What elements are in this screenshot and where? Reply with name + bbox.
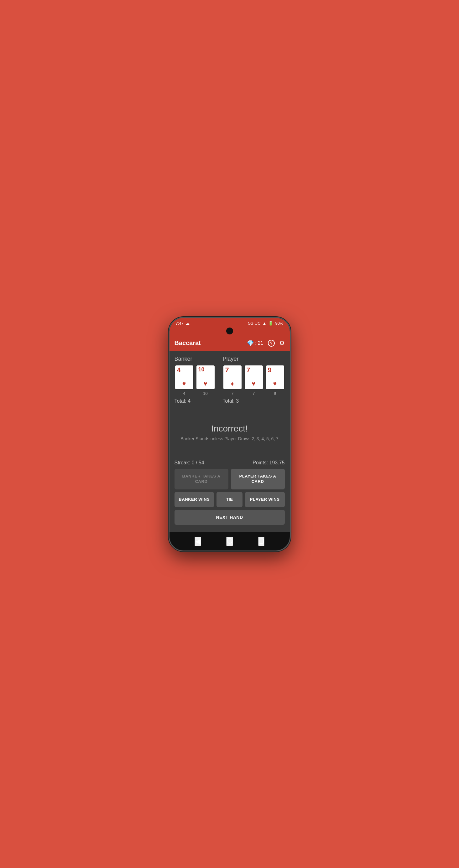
- banker-hand: Banker 4 ♥ 10 ♥ 4 10: [174, 356, 217, 404]
- status-time: 7:47: [176, 321, 183, 326]
- recent-icon: [259, 538, 264, 544]
- result-subtitle: Banker Stands unless Player Draws 2, 3, …: [180, 436, 279, 441]
- help-button[interactable]: ?: [268, 340, 275, 347]
- banker-card-1-value: 10: [198, 367, 205, 372]
- player-card-0-suit: ♦: [231, 380, 234, 388]
- banker-num-1: 10: [196, 391, 215, 396]
- phone-frame: 7:47 ☁ 5G UC ▲ 🔋 90% Baccarat 💎 : 21: [169, 317, 291, 551]
- banker-card-0-suit: ♥: [182, 380, 186, 388]
- result-area: Incorrect! Banker Stands unless Player D…: [174, 409, 285, 456]
- player-wins-label: PLAYER WINS: [250, 497, 280, 502]
- network-label: 5G UC: [248, 321, 261, 326]
- banker-wins-label: BANKER WINS: [179, 497, 210, 502]
- player-card-1-value: 7: [247, 367, 250, 374]
- points-stat: Points: 193.75: [253, 460, 285, 466]
- notch-area: [170, 328, 290, 336]
- app-title: Baccarat: [174, 339, 247, 347]
- back-icon: ◀: [195, 537, 201, 545]
- player-card-1-suit: ♥: [252, 380, 256, 388]
- player-card-0: 7 ♦: [223, 365, 242, 390]
- main-content: Banker 4 ♥ 10 ♥ 4 10: [170, 351, 290, 532]
- help-icon: ?: [268, 340, 275, 347]
- app-bar: Baccarat 💎 : 21 ? ⚙: [170, 336, 290, 351]
- signal-icon: ▲: [263, 321, 267, 326]
- player-takes-card-button[interactable]: PLAYER TAKES A CARD: [231, 469, 285, 489]
- battery-level: 90%: [275, 321, 283, 326]
- volume-down-btn: [169, 371, 169, 385]
- settings-button[interactable]: ⚙: [279, 339, 285, 347]
- tie-button[interactable]: TIE: [217, 492, 242, 507]
- stats-row: Streak: 0 / 54 Points: 193.75: [174, 456, 285, 469]
- nav-recent-button[interactable]: [258, 537, 264, 546]
- player-wins-button[interactable]: PLAYER WINS: [245, 492, 285, 507]
- home-icon: [227, 538, 232, 544]
- player-num-0: 7: [223, 391, 242, 396]
- gem-score: 💎 : 21: [247, 340, 263, 347]
- player-num-1: 7: [244, 391, 263, 396]
- streak-stat: Streak: 0 / 54: [174, 460, 204, 466]
- banker-card-nums: 4 10: [174, 391, 217, 396]
- cards-area: Banker 4 ♥ 10 ♥ 4 10: [174, 356, 285, 404]
- gem-colon: :: [255, 340, 256, 346]
- power-btn: [290, 365, 291, 382]
- gem-value: 21: [258, 340, 263, 346]
- banker-num-0: 4: [174, 391, 194, 396]
- player-card-0-value: 7: [225, 367, 229, 374]
- status-left: 7:47 ☁: [176, 321, 190, 326]
- volume-up-btn: [169, 359, 169, 368]
- battery-icon: 🔋: [268, 321, 273, 326]
- banker-wins-button[interactable]: BANKER WINS: [174, 492, 214, 507]
- player-card-2-value: 9: [268, 367, 271, 374]
- result-title: Incorrect!: [211, 424, 248, 434]
- gear-icon: ⚙: [279, 339, 285, 347]
- next-hand-label: NEXT HAND: [216, 515, 243, 520]
- player-num-2: 9: [265, 391, 285, 396]
- player-cards-row: 7 ♦ 7 ♥ 9 ♥: [223, 365, 285, 390]
- gem-icon: 💎: [247, 340, 254, 347]
- action-buttons-row1: BANKER TAKES A CARD PLAYER TAKES A CARD: [174, 469, 285, 489]
- banker-takes-card-label: BANKER TAKES A CARD: [182, 474, 221, 484]
- next-hand-button[interactable]: NEXT HAND: [174, 510, 285, 525]
- app-bar-actions: 💎 : 21 ? ⚙: [247, 339, 285, 347]
- camera-notch: [226, 328, 233, 334]
- nav-home-button[interactable]: [226, 537, 233, 546]
- player-takes-card-label: PLAYER TAKES A CARD: [239, 474, 276, 484]
- cloud-icon: ☁: [185, 321, 190, 326]
- banker-card-0-value: 4: [177, 367, 181, 374]
- banker-cards-row: 4 ♥ 10 ♥: [174, 365, 217, 390]
- player-total: Total: 3: [223, 398, 285, 404]
- nav-back-button[interactable]: ◀: [195, 537, 201, 546]
- player-card-1: 7 ♥: [244, 365, 263, 390]
- player-card-2: 9 ♥: [265, 365, 285, 390]
- banker-total: Total: 4: [174, 398, 217, 404]
- player-hand: Player 7 ♦ 7 ♥ 9 ♥: [223, 356, 285, 404]
- nav-bar: ◀: [170, 532, 290, 551]
- banker-takes-card-button[interactable]: BANKER TAKES A CARD: [174, 469, 228, 489]
- status-bar: 7:47 ☁ 5G UC ▲ 🔋 90%: [170, 318, 290, 328]
- player-label: Player: [223, 356, 285, 362]
- tie-label: TIE: [226, 497, 233, 502]
- player-card-nums: 7 7 9: [223, 391, 285, 396]
- banker-label: Banker: [174, 356, 217, 362]
- status-right: 5G UC ▲ 🔋 90%: [248, 321, 284, 326]
- banker-card-1-suit: ♥: [204, 380, 207, 388]
- player-card-2-suit: ♥: [273, 380, 277, 388]
- phone-screen: 7:47 ☁ 5G UC ▲ 🔋 90% Baccarat 💎 : 21: [170, 318, 290, 551]
- banker-card-0: 4 ♥: [174, 365, 194, 390]
- banker-card-1: 10 ♥: [196, 365, 215, 390]
- action-buttons-row2: BANKER WINS TIE PLAYER WINS: [174, 492, 285, 507]
